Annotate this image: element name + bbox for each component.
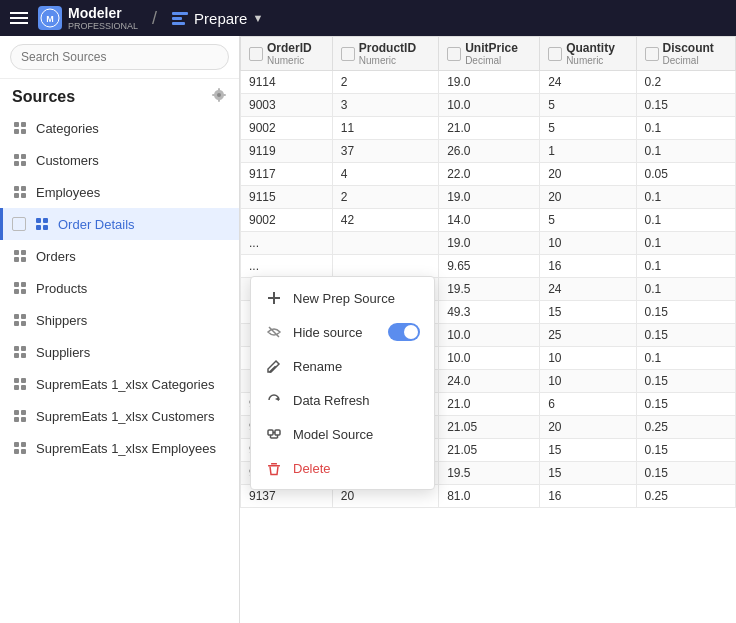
- col-header-quantity[interactable]: QuantityNumeric: [540, 37, 636, 71]
- svg-rect-48: [14, 449, 19, 454]
- hamburger-menu[interactable]: [10, 12, 28, 24]
- svg-rect-4: [172, 22, 185, 25]
- table-cell: 9114: [241, 71, 333, 94]
- ctx-data-refresh[interactable]: Data Refresh: [251, 383, 434, 417]
- svg-rect-51: [268, 297, 280, 299]
- col-checkbox-discount[interactable]: [645, 47, 659, 61]
- sidebar-item-order-details[interactable]: Order Details: [0, 208, 239, 240]
- table-row: 9117422.0200.05: [241, 163, 736, 186]
- table-cell: 21.05: [439, 439, 540, 462]
- table-cell: 19.0: [439, 232, 540, 255]
- svg-rect-57: [275, 430, 280, 435]
- svg-rect-6: [14, 122, 19, 127]
- search-input[interactable]: [10, 44, 229, 70]
- ctx-model-source-label: Model Source: [293, 427, 373, 442]
- table-cell: 10: [540, 370, 636, 393]
- sidebar-item-categories[interactable]: Categories: [0, 112, 239, 144]
- categories-label: Categories: [36, 121, 99, 136]
- svg-marker-54: [268, 361, 279, 372]
- col-checkbox-unitprice[interactable]: [447, 47, 461, 61]
- table-cell: 49.3: [439, 301, 540, 324]
- col-header-discount[interactable]: DiscountDecimal: [636, 37, 735, 71]
- svg-rect-62: [271, 463, 277, 465]
- table-cell: 22.0: [439, 163, 540, 186]
- table-cell: 15: [540, 462, 636, 485]
- table-cell: 21.05: [439, 416, 540, 439]
- svg-rect-49: [21, 449, 26, 454]
- table-cell: 0.2: [636, 71, 735, 94]
- col-checkbox-orderid[interactable]: [249, 47, 263, 61]
- ctx-delete[interactable]: Delete: [251, 451, 434, 485]
- employees-icon: [12, 184, 28, 200]
- hide-source-toggle[interactable]: [388, 323, 420, 341]
- app-logo: M Modeler PROFESSIONAL: [38, 5, 138, 31]
- table-cell: 5: [540, 209, 636, 232]
- sidebar-item-employees[interactable]: Employees: [0, 176, 239, 208]
- table-cell: 16: [540, 255, 636, 278]
- table-cell: 9.65: [439, 255, 540, 278]
- sidebar-item-supeats-categories[interactable]: SupremEats 1_xlsx Categories: [0, 368, 239, 400]
- ctx-rename[interactable]: Rename: [251, 349, 434, 383]
- table-cell: 0.15: [636, 301, 735, 324]
- table-cell: 9119: [241, 140, 333, 163]
- supeats-employees-icon: [12, 440, 28, 456]
- svg-rect-40: [14, 385, 19, 390]
- model-source-icon: [265, 425, 283, 443]
- col-checkbox-productid[interactable]: [341, 47, 355, 61]
- table-cell: 5: [540, 117, 636, 140]
- svg-rect-34: [14, 346, 19, 351]
- sidebar: Sources Categories Customer: [0, 36, 240, 623]
- ctx-hide-source[interactable]: Hide source: [251, 315, 434, 349]
- table-cell: 25: [540, 324, 636, 347]
- customers-label: Customers: [36, 153, 99, 168]
- svg-rect-15: [21, 186, 26, 191]
- supeats-categories-icon: [12, 376, 28, 392]
- sidebar-item-suppliers[interactable]: Suppliers: [0, 336, 239, 368]
- sidebar-item-orders[interactable]: Orders: [0, 240, 239, 272]
- table-cell: 0.1: [636, 117, 735, 140]
- col-header-productid[interactable]: ProductIDNumeric: [332, 37, 438, 71]
- table-cell: 15: [540, 439, 636, 462]
- col-checkbox-quantity[interactable]: [548, 47, 562, 61]
- table-cell: ...: [241, 255, 333, 278]
- table-cell: 11: [332, 117, 438, 140]
- col-header-orderid[interactable]: OrderIDNumeric: [241, 37, 333, 71]
- table-cell: [332, 232, 438, 255]
- svg-rect-30: [14, 314, 19, 319]
- order-details-checkbox[interactable]: [12, 217, 26, 231]
- prepare-dropdown[interactable]: ▼: [252, 12, 263, 24]
- svg-rect-3: [172, 17, 182, 20]
- table-cell: 21.0: [439, 393, 540, 416]
- table-cell: 9002: [241, 117, 333, 140]
- table-cell: 0.15: [636, 370, 735, 393]
- svg-rect-18: [36, 218, 41, 223]
- table-cell: 20: [540, 163, 636, 186]
- sidebar-item-supeats-customers[interactable]: SupremEats 1_xlsx Customers: [0, 400, 239, 432]
- app-subtitle: PROFESSIONAL: [68, 21, 138, 31]
- sources-settings-icon[interactable]: [211, 87, 227, 106]
- col-header-unitprice[interactable]: UnitPriceDecimal: [439, 37, 540, 71]
- sidebar-item-supeats-employees[interactable]: SupremEats 1_xlsx Employees: [0, 432, 239, 464]
- table-row: 9003310.050.15: [241, 94, 736, 117]
- table-cell: 0.1: [636, 209, 735, 232]
- table-cell: 0.15: [636, 94, 735, 117]
- svg-rect-24: [14, 257, 19, 262]
- table-cell: 24: [540, 71, 636, 94]
- prepare-icon: [171, 9, 189, 27]
- ctx-new-prep-source[interactable]: New Prep Source: [251, 281, 434, 315]
- sidebar-item-products[interactable]: Products: [0, 272, 239, 304]
- hide-source-icon: [265, 323, 283, 341]
- sidebar-item-shippers[interactable]: Shippers: [0, 304, 239, 336]
- svg-rect-47: [21, 442, 26, 447]
- table-cell: 0.15: [636, 324, 735, 347]
- svg-rect-39: [21, 378, 26, 383]
- table-cell: 24: [540, 278, 636, 301]
- table-cell: 9002: [241, 209, 333, 232]
- table-cell: 26.0: [439, 140, 540, 163]
- sidebar-item-customers[interactable]: Customers: [0, 144, 239, 176]
- table-cell: 9115: [241, 186, 333, 209]
- sources-header: Sources: [0, 79, 239, 112]
- table-row: 91193726.010.1: [241, 140, 736, 163]
- table-cell: [332, 255, 438, 278]
- ctx-model-source[interactable]: Model Source: [251, 417, 434, 451]
